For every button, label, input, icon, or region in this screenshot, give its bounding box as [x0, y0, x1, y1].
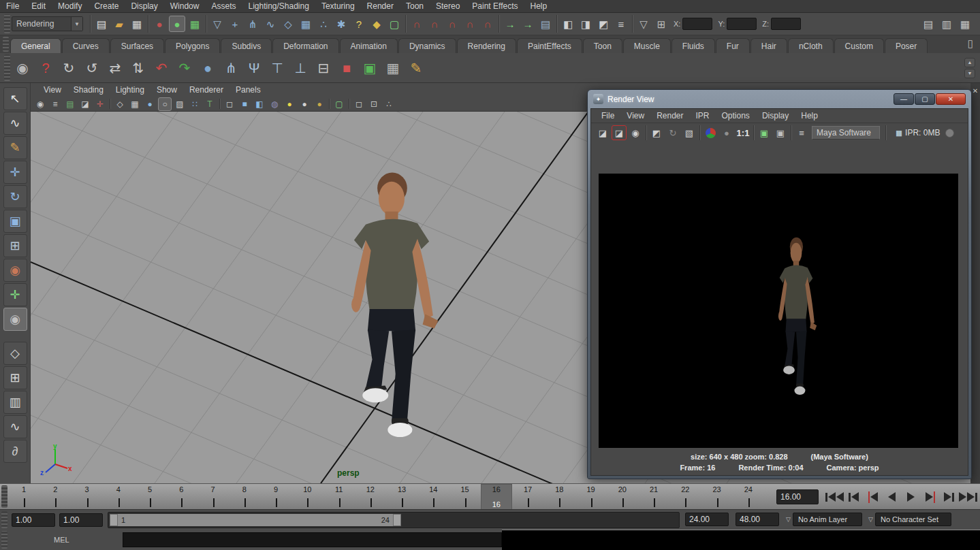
playblast-icon[interactable]: ◉: [12, 57, 33, 79]
menu-toon[interactable]: Toon: [400, 0, 430, 12]
white-light-icon[interactable]: ●: [298, 97, 311, 111]
ipr-render-icon[interactable]: ◩: [649, 125, 664, 140]
select-curves-mask-icon[interactable]: ∿: [262, 16, 279, 32]
panel-menu-view[interactable]: View: [37, 84, 67, 96]
rgb-channels-icon[interactable]: [703, 125, 718, 140]
hypergraph-icon[interactable]: ⊟: [313, 57, 334, 79]
menu-stereo[interactable]: Stereo: [430, 0, 466, 12]
menu-help[interactable]: Help: [524, 0, 554, 12]
select-by-hierarchy-icon[interactable]: ●: [151, 16, 168, 32]
character-set-selector[interactable]: No Character Set: [875, 513, 951, 526]
timeline-frame[interactable]: 12: [355, 484, 386, 510]
animation-start-field[interactable]: [12, 513, 55, 527]
menu-texturing[interactable]: Texturing: [315, 0, 361, 12]
menu-assets[interactable]: Assets: [205, 0, 242, 12]
menu-file[interactable]: File: [0, 0, 25, 12]
select-component-mode-icon[interactable]: ▣: [359, 57, 381, 79]
input-connections-icon[interactable]: →: [502, 16, 518, 32]
range-slider-track[interactable]: 1 24: [108, 512, 680, 528]
one-to-one-icon[interactable]: 1:1: [736, 125, 750, 140]
timeline-frame[interactable]: 22: [669, 484, 701, 510]
camera-tool-icon[interactable]: ◉: [33, 97, 47, 111]
single-pane-layout-button[interactable]: ◇: [3, 342, 27, 365]
grip-handle[interactable]: [4, 54, 10, 81]
lock-selection-icon[interactable]: ◆: [368, 16, 385, 32]
default-material-icon[interactable]: ◻: [223, 97, 236, 111]
shelf-tab-toon[interactable]: Toon: [583, 38, 622, 53]
timeline-frame[interactable]: 20: [607, 484, 638, 510]
show-manipulator-tool-icon[interactable]: ✛: [3, 283, 27, 306]
wireframe-mode-icon[interactable]: ◇: [113, 97, 127, 111]
go-to-end-button[interactable]: [959, 488, 977, 506]
step-forward-key-button[interactable]: [921, 488, 939, 506]
grip-handle[interactable]: [1, 531, 7, 549]
camera-bookmarks-icon[interactable]: ▤: [63, 97, 77, 111]
play-forwards-button[interactable]: [902, 488, 920, 506]
rv-menu-display[interactable]: Display: [756, 110, 795, 122]
menu-window[interactable]: Window: [164, 0, 206, 12]
redo-previous-render-icon[interactable]: ◪: [612, 125, 627, 140]
camera-pivot-tool-icon[interactable]: ↺: [81, 57, 103, 79]
maximize-button[interactable]: ▢: [915, 93, 935, 105]
timeline-frame[interactable]: 23: [701, 484, 733, 510]
rendered-image-area[interactable]: [599, 174, 958, 448]
paint-effects-brush-icon[interactable]: ✎: [405, 57, 427, 79]
select-object-mode-icon[interactable]: ■: [336, 57, 358, 79]
render-current-frame-icon[interactable]: ◨: [578, 16, 594, 32]
ipr-render-icon[interactable]: ◩: [595, 16, 612, 32]
shelf-scroll-down-icon[interactable]: ▼: [964, 69, 975, 78]
output-connections-icon[interactable]: →: [520, 16, 536, 32]
soft-modification-tool-icon[interactable]: ◉: [3, 259, 27, 282]
render-current-frame-icon[interactable]: ◪: [595, 125, 610, 140]
graph-persp-layout-button[interactable]: ∿: [3, 415, 27, 438]
connections-icon[interactable]: ∴: [382, 97, 396, 111]
coordinate-input[interactable]: [727, 18, 757, 30]
key-light-icon[interactable]: ●: [283, 97, 296, 111]
character-set-menu-icon[interactable]: ▽: [868, 516, 873, 523]
renderer-dropdown[interactable]: Maya Software: [812, 126, 880, 140]
menu-lighting-shading[interactable]: Lighting/Shading: [242, 0, 315, 12]
coordinate-input[interactable]: [771, 18, 801, 30]
step-back-key-button[interactable]: [864, 488, 882, 506]
select-deformations-mask-icon[interactable]: ▦: [298, 16, 314, 32]
render-view-titlebar[interactable]: ✦ Render View —▢✕: [588, 90, 971, 108]
universal-manipulator-tool-icon[interactable]: ⊞: [3, 234, 27, 257]
shelf-tab-animation[interactable]: Animation: [340, 38, 398, 53]
render-settings-icon[interactable]: ≡: [794, 125, 809, 140]
coords-menu-icon[interactable]: ▽: [635, 16, 652, 32]
menu-render[interactable]: Render: [361, 0, 400, 12]
new-scene-icon[interactable]: ▤: [93, 16, 110, 32]
shelf-tab-hair[interactable]: Hair: [750, 38, 787, 53]
rv-menu-view[interactable]: View: [620, 110, 650, 122]
rv-menu-options[interactable]: Options: [716, 110, 756, 122]
menu-create[interactable]: Create: [88, 0, 125, 12]
select-by-object-icon[interactable]: ●: [169, 16, 185, 32]
grip-handle[interactable]: [4, 14, 10, 33]
timeline-frame[interactable]: 15: [449, 484, 481, 510]
panel-menu-renderer[interactable]: Renderer: [183, 84, 230, 96]
timeline-frame[interactable]: 4: [103, 484, 134, 510]
close-icon[interactable]: ✕: [973, 87, 978, 483]
textured-mode-icon[interactable]: ◧: [253, 97, 266, 111]
show-tool-settings-icon[interactable]: ▥: [938, 16, 955, 32]
texture-view-icon[interactable]: T: [203, 97, 217, 111]
stop-ipr-icon[interactable]: [945, 129, 954, 138]
panel-menu-lighting[interactable]: Lighting: [110, 84, 151, 96]
render-settings-icon[interactable]: ≡: [613, 16, 629, 32]
pan-zoom-icon[interactable]: ✛: [93, 97, 107, 111]
playback-start-field[interactable]: [59, 513, 103, 527]
isolate-select-icon[interactable]: ▢: [332, 97, 346, 111]
vertex-normals-icon[interactable]: ∷: [188, 97, 202, 111]
playback-end-field[interactable]: [685, 513, 729, 526]
timeline-frame[interactable]: 1: [8, 484, 39, 510]
last-tool-camera-icon[interactable]: ◉: [3, 308, 27, 331]
go-to-start-button[interactable]: [825, 488, 844, 506]
anim-layer-menu-icon[interactable]: ▽: [786, 516, 791, 523]
gold-light-icon[interactable]: ●: [313, 97, 326, 111]
select-misc-mask-icon[interactable]: ?: [351, 16, 367, 32]
menuset-dropdown[interactable]: Rendering ▼: [12, 16, 83, 31]
weighted-cluster-icon[interactable]: ⊥: [289, 57, 311, 79]
shelf-tab-ncloth[interactable]: nCloth: [788, 38, 834, 53]
timeline-frame[interactable]: 8: [229, 484, 260, 510]
shelf-tab-curves[interactable]: Curves: [62, 38, 110, 53]
